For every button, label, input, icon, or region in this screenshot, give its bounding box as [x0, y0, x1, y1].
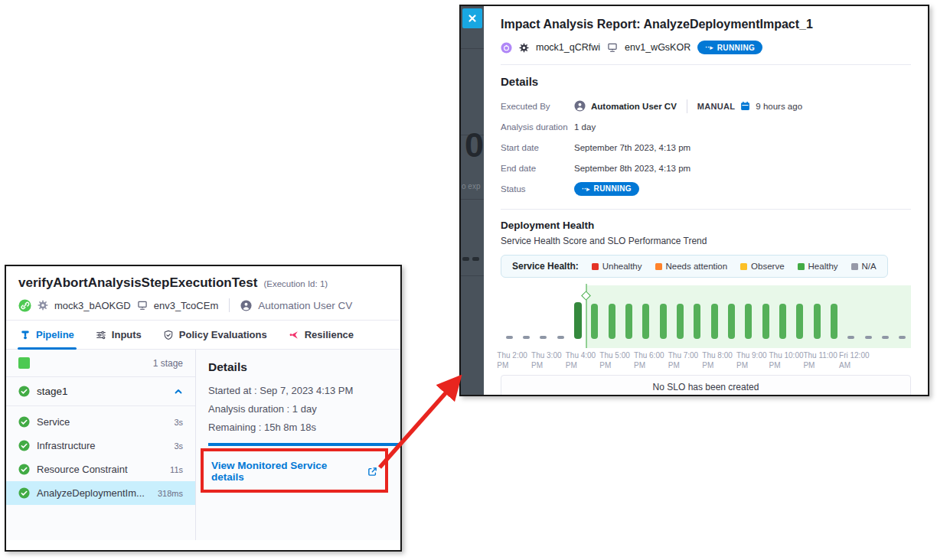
health-bar	[694, 304, 700, 339]
health-bar	[609, 304, 615, 339]
environment-name: env3_TcoCEm	[154, 300, 219, 311]
detail-row-analysis-duration: Analysis duration : 1 day	[208, 403, 388, 415]
no-slo-message: No SLO has been created	[501, 375, 911, 395]
health-na-dash	[899, 336, 906, 339]
calendar-icon	[740, 101, 750, 111]
check-circle-icon	[18, 487, 30, 499]
executed-by-user: Automation User CV	[258, 300, 352, 311]
divider	[687, 99, 687, 113]
tab-resilience[interactable]: Resilience	[289, 321, 354, 349]
dimmed-dash	[462, 257, 469, 261]
executed-by-row: Executed By Automation User CV MANUAL 9 …	[501, 96, 911, 116]
deployment-health-heading: Deployment Health	[501, 220, 911, 231]
health-bar	[728, 304, 735, 339]
check-circle-icon	[18, 440, 30, 451]
health-na-dash	[557, 336, 564, 339]
dimmed-metric-fragment: 0	[465, 125, 484, 165]
step-resource-constraint[interactable]: Resource Constraint11s	[6, 457, 195, 481]
stage-status-square	[18, 357, 30, 369]
pipeline-execution-card: verifyAbortAnalysisStepExecutionTest (Ex…	[5, 265, 402, 552]
analysis-progress-bar	[208, 443, 400, 446]
pipeline-icon	[20, 330, 31, 340]
time-ago: 9 hours ago	[756, 102, 802, 111]
running-status-badge: ··▸ RUNNING	[697, 41, 762, 54]
legend-item-unhealthy: Unhealthy	[592, 262, 642, 271]
external-link-icon	[367, 467, 377, 477]
health-bar	[779, 304, 786, 339]
health-bar	[677, 304, 684, 339]
step-list: Service3sInfrastructure3sResource Constr…	[6, 406, 195, 505]
dimmed-dash	[472, 257, 479, 261]
health-bar	[796, 304, 803, 339]
x-axis-label: Thu 5:00PM	[599, 351, 629, 370]
x-axis-label: Thu 2:00PM	[497, 351, 527, 370]
report-detail-row-end-date: End dateSeptember 8th 2023, 4:13 pm	[501, 158, 911, 178]
legend-item-observe: Observe	[740, 262, 784, 271]
stage-count: 1 stage	[153, 358, 183, 369]
service-name: mock1_qCRfwi	[536, 42, 600, 53]
step-analyzedeploymentim[interactable]: AnalyzeDeploymentIm...318ms	[6, 481, 195, 505]
report-detail-row-start-date: Start dateSeptember 7th 2023, 4:13 pm	[501, 137, 911, 158]
health-bar	[591, 304, 598, 339]
divider	[229, 298, 230, 312]
health-bar	[814, 304, 821, 339]
environment-icon	[137, 300, 148, 311]
tab-policy-evaluations[interactable]: Policy Evaluations	[163, 321, 267, 349]
x-axis-label: Thu 7:00PM	[668, 351, 698, 370]
health-na-dash	[506, 336, 513, 339]
stage-row-stage1[interactable]: stage1	[6, 377, 195, 405]
legend-items: UnhealthyNeeds attentionObserveHealthyN/…	[592, 262, 877, 271]
x-axis-label: Thu 10:00PM	[769, 351, 803, 370]
stage-navigation: 1 stage stage1 Service3sInfrastructure3s…	[6, 350, 196, 540]
legend-item-needs-attention: Needs attention	[655, 262, 728, 271]
step-infrastructure[interactable]: Infrastructure3s	[6, 434, 195, 457]
tab-inputs[interactable]: Inputs	[96, 321, 142, 349]
report-title: Impact Analysis Report: AnalyzeDeploymen…	[501, 18, 911, 31]
health-bar	[660, 304, 667, 339]
resilience-icon	[289, 330, 299, 340]
gear-icon	[519, 43, 529, 53]
execution-details-rows: Started at : Sep 7, 2023 4:13 PMAnalysis…	[208, 385, 388, 433]
gear-icon	[38, 300, 48, 311]
status-row: Status ··▸ RUNNING	[501, 178, 911, 199]
trigger-type: MANUAL	[697, 102, 735, 111]
divider	[501, 209, 911, 210]
close-drawer-button[interactable]	[462, 8, 482, 28]
environment-icon	[607, 42, 618, 53]
health-bar	[711, 304, 718, 339]
view-monitored-service-link[interactable]: View Monitored Service details	[211, 460, 377, 483]
detail-row-remaining: Remaining : 15h 8m 18s	[208, 422, 388, 433]
dimmed-text-fragment: o exp	[462, 182, 480, 190]
chevron-up-icon[interactable]	[174, 387, 183, 396]
health-bar	[642, 304, 649, 339]
link-circle-icon	[18, 299, 31, 312]
report-detail-row-analysis-duration: Analysis duration1 day	[501, 116, 911, 137]
tab-pipeline[interactable]: Pipeline	[20, 321, 74, 349]
close-icon	[468, 14, 477, 23]
x-axis-label: Fri 12:00AM	[839, 351, 869, 370]
inputs-icon	[96, 330, 106, 340]
execution-title: verifyAbortAnalysisStepExecutionTest	[18, 275, 257, 291]
check-circle-icon	[18, 464, 30, 475]
health-na-dash	[540, 336, 547, 339]
impact-analysis-drawer: 0 o exp Impact Analysis Report: AnalyzeD…	[459, 5, 929, 396]
x-axis-label: Thu 6:00PM	[634, 351, 664, 370]
health-bar-deploy-start	[574, 302, 582, 339]
x-axis-label: Thu 3:00PM	[531, 351, 561, 370]
running-spinner-icon: ··▸	[582, 185, 590, 193]
step-service[interactable]: Service3s	[6, 410, 195, 434]
legend-swatch	[592, 263, 599, 270]
health-bar	[831, 304, 837, 339]
legend-swatch	[851, 263, 858, 270]
tab-bar: PipelineInputsPolicy EvaluationsResilien…	[6, 320, 400, 350]
detail-row-started-at: Started at : Sep 7, 2023 4:13 PM	[208, 385, 388, 396]
legend-swatch	[740, 263, 747, 270]
legend-swatch	[798, 263, 805, 270]
service-health-legend: Service Health: UnhealthyNeeds attention…	[501, 255, 888, 278]
check-circle-icon	[18, 386, 30, 397]
running-status-badge: ··▸ RUNNING	[574, 182, 639, 196]
x-axis-label: Thu 9:00PM	[736, 351, 766, 370]
legend-item-n-a: N/A	[851, 262, 877, 271]
health-chart-plot	[501, 284, 911, 348]
check-circle-icon	[18, 416, 30, 428]
